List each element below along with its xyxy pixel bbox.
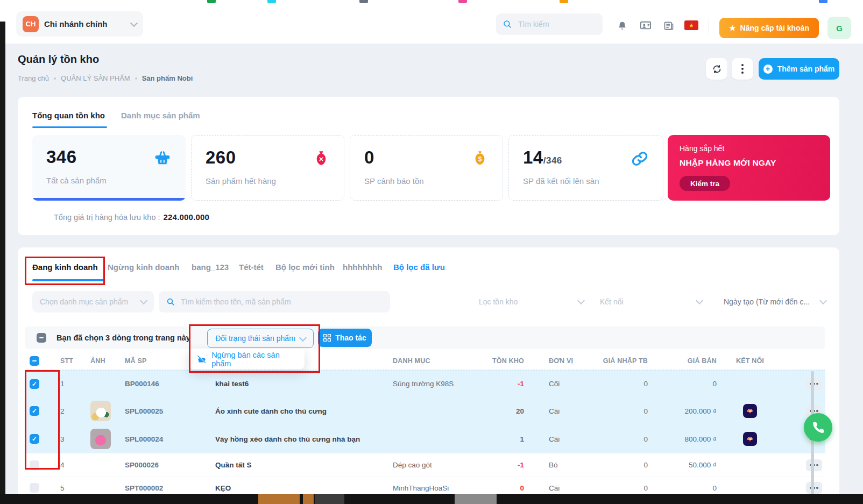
- favicon-fragment: [458, 0, 467, 3]
- header-select-checkbox[interactable]: [30, 356, 39, 366]
- tab-hhhhhhhh[interactable]: hhhhhhhh: [343, 262, 382, 272]
- tab-inventory-overview[interactable]: Tổng quan tồn kho: [32, 111, 105, 120]
- phone-icon: [812, 421, 825, 434]
- connection-filter-select[interactable]: Kết nối: [600, 291, 702, 313]
- row-stt: 5: [48, 484, 83, 492]
- stock-filter-select[interactable]: Lọc tồn kho: [457, 291, 584, 313]
- product-name[interactable]: khai test6: [215, 380, 249, 388]
- active-tab-underline: [32, 126, 107, 128]
- status-menu-item[interactable]: Ngừng bán các sản phẩm: [211, 351, 297, 368]
- stat-label: SP cảnh báo tồn: [364, 176, 424, 186]
- tab-ng-ng-kinh-doanh[interactable]: Ngừng kinh doanh: [108, 262, 179, 272]
- language-flag-icon[interactable]: ★: [684, 20, 698, 30]
- row-price: 200.000 ₫: [652, 407, 721, 415]
- row-category: Dép cao gót: [380, 461, 482, 469]
- category-filter-select[interactable]: Chọn danh mục sản phẩm: [32, 291, 154, 313]
- table-row[interactable]: ✓2SPL000025Áo xinh cute dành cho thú cưn…: [25, 397, 825, 425]
- tab--ang-kinh-doanh[interactable]: Đang kinh doanh: [32, 262, 98, 272]
- product-code: SPL000025: [125, 407, 163, 415]
- add-product-label: Thêm sản phẩm: [777, 65, 835, 73]
- table-row[interactable]: 4SP000026Quần tất SDép cao gót-1Bó050.00…: [25, 453, 825, 477]
- row-checkbox[interactable]: [30, 483, 39, 493]
- product-name[interactable]: Quần tất S: [215, 461, 252, 469]
- tab-b-l-c-l-u[interactable]: Bộ lọc đã lưu: [393, 262, 445, 272]
- stat-label: SP đã kết nối lên sàn: [523, 176, 599, 186]
- column-header-STT: STT: [48, 357, 83, 365]
- stat-value: 14/346: [523, 147, 562, 168]
- table-body: ✓1BP000146khai test6Súng trường K98S-1Cố…: [25, 370, 825, 499]
- tab-t-t-t-t[interactable]: Tét-tét: [239, 262, 264, 272]
- money-bag-icon: $: [471, 150, 489, 169]
- row-avg-cost: 0: [577, 380, 652, 388]
- stat-card-all-products[interactable]: 346 Tất cả sản phẩm: [32, 135, 186, 201]
- table-row[interactable]: ✓3SPL000024Váy hồng xèo dành cho thú cưn…: [25, 425, 825, 453]
- stock-value: -1: [518, 380, 524, 388]
- add-product-button[interactable]: + Thêm sản phẩm: [759, 58, 839, 80]
- row-stt: 1: [48, 380, 83, 388]
- product-name[interactable]: Áo xinh cute dành cho thú cưng: [215, 407, 327, 415]
- tab-product-categories[interactable]: Danh mục sản phẩm: [121, 111, 200, 120]
- inventory-management-page: CH Chi nhánh chính ★ ★ Nâng cấp tài khoả…: [0, 0, 863, 504]
- row-product-name: khai test6: [202, 380, 380, 388]
- upgrade-account-button[interactable]: ★ Nâng cấp tài khoản: [719, 18, 819, 38]
- stat-value: 0: [364, 147, 374, 168]
- date-filter-label: Ngày tạo (Từ mới đến c...: [724, 297, 810, 306]
- stop-selling-icon[interactable]: [197, 355, 206, 364]
- row-more-button[interactable]: [806, 378, 822, 390]
- row-price: 0: [652, 484, 721, 492]
- phone-support-button[interactable]: [804, 413, 832, 442]
- row-price: 800.000 ₫: [652, 435, 721, 443]
- global-search[interactable]: [496, 13, 603, 35]
- row-checkbox[interactable]: [30, 460, 39, 470]
- more-options-button[interactable]: [732, 58, 753, 80]
- lazada-icon[interactable]: ♥Laz: [743, 432, 757, 446]
- check-button[interactable]: Kiểm tra: [680, 176, 730, 191]
- tab-bang-123[interactable]: bang_123: [192, 262, 229, 272]
- screen-share-icon[interactable]: [639, 19, 652, 32]
- page-title: Quản lý tồn kho: [18, 53, 99, 66]
- actions-button[interactable]: Thao tác: [318, 329, 372, 347]
- global-search-input[interactable]: [517, 19, 584, 29]
- notifications-bell-icon[interactable]: [616, 19, 628, 32]
- select-all-checkbox[interactable]: [37, 333, 46, 343]
- breadcrumb-product-mgmt[interactable]: QUẢN LÝ SẢN PHẨM: [61, 74, 130, 82]
- product-name[interactable]: Váy hồng xèo dành cho thú cưng nhà bạn: [215, 435, 360, 443]
- news-icon[interactable]: [662, 19, 675, 32]
- change-status-dropdown[interactable]: Đổi trạng thái sản phẩm: [207, 329, 314, 348]
- row-checkbox[interactable]: ✓: [30, 379, 39, 389]
- row-more-button[interactable]: [806, 459, 822, 471]
- product-name[interactable]: KẸO: [215, 484, 231, 492]
- bottom-bar-segment: [303, 494, 314, 504]
- branch-selector[interactable]: CH Chi nhánh chính: [16, 11, 143, 37]
- column-header-ĐƠN VỊ: ĐƠN VỊ: [525, 357, 577, 365]
- table-header-row: STTẢNHMÃ SPDANH MỤCTỒN KHOĐƠN VỊGIÁ NHẬP…: [25, 352, 825, 370]
- row-image-cell: [83, 401, 123, 421]
- stat-card-out-of-stock[interactable]: 260 Sản phẩm hết hàng ✕: [191, 135, 344, 201]
- user-avatar[interactable]: G: [827, 17, 851, 39]
- product-search-input[interactable]: [180, 297, 359, 307]
- refresh-icon: [712, 64, 722, 74]
- refresh-button[interactable]: [706, 58, 727, 80]
- product-search[interactable]: [159, 291, 390, 313]
- column-header-GIÁ NHẬP TB: GIÁ NHẬP TB: [577, 357, 652, 365]
- row-price: 0: [652, 380, 721, 388]
- restock-alert-card: Hàng sắp hết NHẬP HÀNG MỚI NGAY Kiểm tra: [668, 135, 830, 201]
- stat-card-connected[interactable]: 14/346 SP đã kết nối lên sàn: [508, 135, 663, 201]
- lazada-icon[interactable]: ♥Laz: [743, 404, 757, 418]
- row-more-button[interactable]: [806, 482, 822, 494]
- row-checkbox[interactable]: ✓: [30, 434, 39, 444]
- row-avg-cost: 0: [577, 484, 652, 492]
- date-filter-select[interactable]: Ngày tạo (Từ mới đến c...: [724, 291, 826, 313]
- column-header-TỒN KHO: TỒN KHO: [482, 357, 525, 365]
- stat-value: 260: [206, 147, 236, 168]
- tab-b-l-c-m-i-tinh[interactable]: Bộ lọc mới tinh: [275, 262, 335, 272]
- product-image[interactable]: [90, 429, 111, 449]
- branch-avatar: CH: [23, 16, 39, 32]
- table-row[interactable]: ✓1BP000146khai test6Súng trường K98S-1Cố…: [25, 370, 825, 397]
- stat-card-stock-warning[interactable]: 0 SP cảnh báo tồn $: [350, 135, 503, 201]
- row-checkbox[interactable]: ✓: [30, 406, 39, 416]
- product-image[interactable]: [90, 401, 111, 421]
- breadcrumb-home[interactable]: Trang chủ: [18, 74, 49, 82]
- favicon-fragment: [359, 0, 368, 3]
- active-tab-underline: [32, 279, 104, 281]
